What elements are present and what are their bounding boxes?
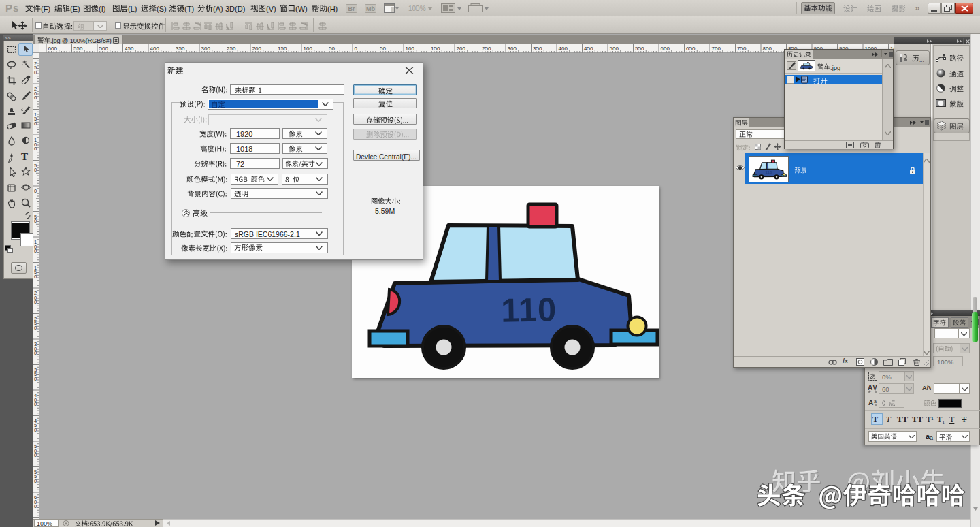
svg-text:600: 600 <box>661 46 670 52</box>
svg-text:0: 0 <box>34 325 37 331</box>
svg-text:0: 0 <box>34 427 37 433</box>
svg-text:200: 200 <box>252 46 262 52</box>
svg-text:110: 110 <box>501 291 557 328</box>
svg-text:0: 0 <box>34 503 37 509</box>
svg-text:110: 110 <box>766 170 772 174</box>
svg-text:350: 350 <box>533 46 542 52</box>
svg-text:200: 200 <box>457 46 466 52</box>
svg-text:0: 0 <box>34 167 37 173</box>
svg-text:750: 750 <box>737 46 747 52</box>
svg-text:0: 0 <box>34 248 37 254</box>
svg-text:550: 550 <box>635 46 644 52</box>
svg-text:100: 100 <box>304 46 313 52</box>
svg-text:a: a <box>874 399 877 404</box>
svg-text:0: 0 <box>34 478 37 484</box>
svg-text:400: 400 <box>150 46 160 52</box>
svg-text:300: 300 <box>201 46 211 52</box>
svg-text:0: 0 <box>34 299 37 305</box>
svg-text:0: 0 <box>355 46 358 52</box>
svg-text:0: 0 <box>34 350 37 356</box>
svg-text:350: 350 <box>176 46 185 52</box>
svg-text:0: 0 <box>34 452 37 458</box>
svg-text:A: A <box>868 399 873 406</box>
svg-text:300: 300 <box>508 46 517 52</box>
svg-text:800: 800 <box>763 46 772 52</box>
svg-text:700: 700 <box>712 46 721 52</box>
svg-text:150: 150 <box>278 46 287 52</box>
svg-text:400: 400 <box>559 46 568 52</box>
svg-text:0: 0 <box>34 95 37 101</box>
svg-text:0: 0 <box>34 376 37 382</box>
svg-text:50: 50 <box>380 46 386 52</box>
svg-text:0: 0 <box>34 401 37 407</box>
svg-text:600: 600 <box>48 46 58 52</box>
svg-text:0: 0 <box>34 69 37 76</box>
svg-text:100: 100 <box>406 46 415 52</box>
svg-text:250: 250 <box>482 46 491 52</box>
svg-text:0: 0 <box>34 121 37 127</box>
svg-text:450: 450 <box>125 46 134 52</box>
svg-text:0: 0 <box>34 188 37 194</box>
svg-text:500: 500 <box>610 46 619 52</box>
svg-text:550: 550 <box>74 46 83 52</box>
svg-text:450: 450 <box>584 46 593 52</box>
svg-text:650: 650 <box>686 46 696 52</box>
svg-text:250: 250 <box>227 46 236 52</box>
svg-text:150: 150 <box>431 46 440 52</box>
svg-text:0: 0 <box>34 218 37 224</box>
svg-text:A/V: A/V <box>922 385 931 392</box>
svg-text:500: 500 <box>99 46 109 52</box>
svg-text:0: 0 <box>34 274 37 280</box>
svg-text:0: 0 <box>34 146 37 152</box>
svg-text:50: 50 <box>329 46 335 52</box>
